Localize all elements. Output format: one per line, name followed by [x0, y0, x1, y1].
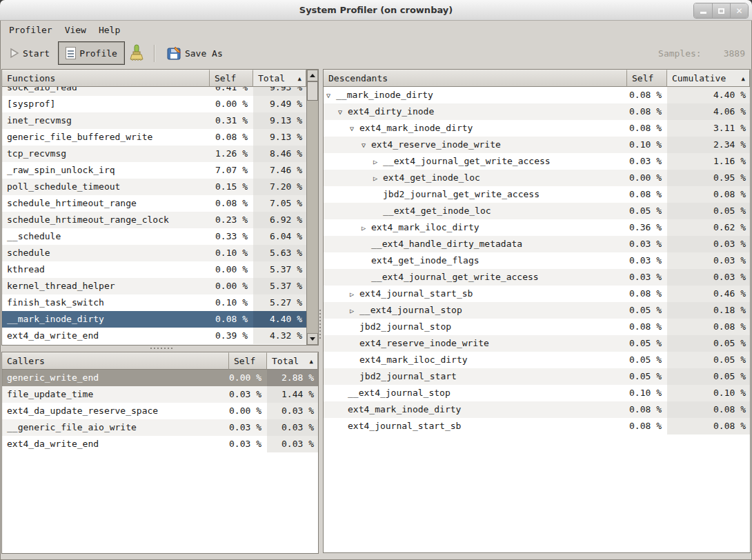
table-row[interactable]: __ext4_journal_get_write_access0.03 %0.0…: [324, 269, 750, 286]
descendants-table: Descendants Self Cumulative▲ ▽__mark_ino…: [323, 69, 751, 553]
table-row[interactable]: ext4_da_update_reserve_space0.00 %0.03 %: [2, 403, 318, 419]
functions-scrollbar[interactable]: [306, 70, 318, 345]
menu-profiler[interactable]: Profiler: [3, 23, 59, 37]
total-column-header[interactable]: Total▲: [267, 352, 318, 370]
table-row[interactable]: kthread0.00 %5.37 %: [2, 261, 306, 278]
total-column-header[interactable]: Total▲: [253, 70, 306, 87]
table-row[interactable]: ext4_mark_iloc_dirty0.05 %0.05 %: [324, 352, 750, 368]
table-row[interactable]: __ext4_get_inode_loc0.05 %0.05 %: [324, 203, 750, 219]
table-row[interactable]: ext4_journal_start_sb0.08 %0.08 %: [324, 418, 750, 434]
menu-help[interactable]: Help: [92, 23, 126, 37]
table-row[interactable]: generic_file_buffered_write0.08 %9.13 %: [2, 129, 306, 146]
table-row[interactable]: ext4_da_write_end0.03 %0.03 %: [2, 436, 318, 452]
table-row[interactable]: ▷__ext4_journal_get_write_access0.03 %1.…: [324, 153, 750, 170]
table-row[interactable]: __ext4_handle_dirty_metadata0.03 %0.03 %: [324, 236, 750, 252]
table-row[interactable]: _raw_spin_unlock_irq7.07 %7.46 %: [2, 162, 306, 179]
tree-collapsed-icon[interactable]: ▷: [373, 170, 383, 186]
descendants-column-header[interactable]: Descendants: [324, 70, 627, 87]
tree-collapsed-icon[interactable]: ▷: [350, 286, 359, 302]
table-row[interactable]: ext4_mark_inode_dirty0.08 %0.08 %: [324, 401, 750, 418]
total-percent: 0.03 %: [267, 419, 318, 436]
save-as-button[interactable]: Save As: [161, 41, 228, 65]
self-percent: 0.15 %: [210, 179, 253, 195]
function-name: kthread: [7, 264, 45, 274]
menu-view[interactable]: View: [59, 23, 92, 37]
function-name: ext4_reserve_inode_write: [359, 338, 489, 348]
table-row[interactable]: kernel_thread_helper0.00 %5.37 %: [2, 278, 306, 294]
tree-collapsed-icon[interactable]: ▷: [362, 220, 371, 236]
table-row[interactable]: jbd2_journal_get_write_access0.08 %0.08 …: [324, 186, 750, 203]
close-button[interactable]: ✕: [730, 3, 748, 18]
table-row[interactable]: generic_write_end0.00 %2.88 %: [2, 370, 318, 386]
table-row[interactable]: ▷ext4_get_inode_loc0.00 %0.95 %: [324, 170, 750, 186]
horizontal-splitter-grip[interactable]: [150, 348, 172, 349]
self-percent: 0.03 %: [229, 386, 267, 403]
table-row[interactable]: finish_task_switch0.10 %5.27 %: [2, 294, 306, 311]
total-percent: 7.05 %: [253, 195, 306, 212]
start-button[interactable]: Start: [4, 41, 55, 65]
vertical-splitter-grip[interactable]: [319, 310, 321, 339]
maximize-button[interactable]: [712, 3, 730, 18]
cumulative-column-header[interactable]: Cumulative▲: [667, 70, 750, 87]
table-row[interactable]: sock_aio_read0.41 %9.93 %: [2, 87, 306, 96]
save-as-button-label: Save As: [185, 48, 223, 59]
tree-expanded-icon[interactable]: ▽: [338, 104, 348, 120]
tree-expanded-icon[interactable]: ▽: [350, 121, 359, 137]
function-name: [sysprof]: [7, 99, 55, 109]
self-column-header[interactable]: Self: [210, 70, 253, 87]
table-row[interactable]: __mark_inode_dirty0.08 %4.40 %: [2, 311, 306, 328]
table-row[interactable]: schedule0.10 %5.63 %: [2, 245, 306, 261]
tree-expanded-icon[interactable]: ▽: [326, 88, 336, 103]
table-row[interactable]: ext4_get_inode_flags0.03 %0.03 %: [324, 252, 750, 269]
functions-column-header[interactable]: Functions: [2, 70, 210, 87]
cumulative-percent: 4.40 %: [667, 87, 750, 103]
descendants-header: Descendants Self Cumulative▲: [324, 70, 750, 87]
function-name: ext4_da_write_end: [7, 439, 99, 449]
table-row[interactable]: schedule_hrtimeout_range_clock0.23 %6.92…: [2, 212, 306, 228]
scrollbar-thumb[interactable]: [307, 81, 318, 101]
table-row[interactable]: ▷__ext4_journal_stop0.05 %0.18 %: [324, 302, 750, 319]
table-row[interactable]: ▷ext4_mark_iloc_dirty0.36 %0.62 %: [324, 219, 750, 236]
table-row[interactable]: inet_recvmsg0.31 %9.13 %: [2, 112, 306, 129]
table-row[interactable]: __ext4_journal_stop0.10 %0.10 %: [324, 385, 750, 401]
table-row[interactable]: poll_schedule_timeout0.15 %7.20 %: [2, 179, 306, 195]
table-row[interactable]: tcp_recvmsg1.26 %8.46 %: [2, 146, 306, 162]
titlebar[interactable]: System Profiler (on crownbay) ✕: [0, 0, 752, 21]
table-row[interactable]: ▽__mark_inode_dirty0.08 %4.40 %: [324, 87, 750, 103]
table-row[interactable]: ▷ext4_journal_start_sb0.08 %0.46 %: [324, 286, 750, 302]
total-percent: 7.46 %: [253, 162, 306, 179]
tree-collapsed-icon[interactable]: ▷: [350, 303, 359, 319]
name-cell: __schedule: [2, 228, 210, 245]
table-row[interactable]: __schedule0.33 %6.04 %: [2, 228, 306, 245]
table-row[interactable]: ext4_da_write_end0.39 %4.32 %: [2, 328, 306, 344]
table-row[interactable]: jbd2_journal_start0.05 %0.05 %: [324, 368, 750, 385]
self-column-header[interactable]: Self: [627, 70, 667, 87]
function-name: poll_schedule_timeout: [7, 181, 120, 192]
table-row[interactable]: [sysprof]0.00 %9.49 %: [2, 96, 306, 112]
table-row[interactable]: ▽ext4_reserve_inode_write0.10 %2.34 %: [324, 137, 750, 153]
table-row[interactable]: ext4_reserve_inode_write0.05 %0.05 %: [324, 335, 750, 352]
table-row[interactable]: file_update_time0.03 %1.44 %: [2, 386, 318, 403]
self-percent: 0.23 %: [210, 212, 253, 228]
scroll-down-button[interactable]: [307, 333, 318, 345]
cumulative-percent: 0.05 %: [667, 368, 750, 385]
scroll-up-button[interactable]: [307, 70, 318, 81]
table-row[interactable]: jbd2_journal_stop0.08 %0.08 %: [324, 319, 750, 335]
self-percent: 0.08 %: [627, 319, 667, 335]
table-row[interactable]: ▽ext4_dirty_inode0.08 %4.06 %: [324, 103, 750, 120]
callers-column-header[interactable]: Callers: [2, 352, 229, 370]
self-column-header[interactable]: Self: [229, 352, 267, 370]
table-row[interactable]: schedule_hrtimeout_range0.08 %7.05 %: [2, 195, 306, 212]
clear-button[interactable]: [125, 41, 148, 65]
total-percent: 0.03 %: [267, 403, 318, 419]
self-percent: 0.00 %: [229, 370, 267, 386]
table-row[interactable]: __generic_file_aio_write0.03 %0.03 %: [2, 419, 318, 436]
self-percent: 0.05 %: [627, 203, 667, 219]
minimize-button[interactable]: [694, 3, 712, 18]
tree-expanded-icon[interactable]: ▽: [362, 137, 371, 153]
tree-collapsed-icon[interactable]: ▷: [373, 154, 383, 170]
name-cell: sock_aio_read: [2, 87, 210, 96]
table-row[interactable]: ▽ext4_mark_inode_dirty0.08 %3.11 %: [324, 120, 750, 137]
profile-toggle-button[interactable]: Profile: [58, 41, 125, 65]
name-cell: kthread: [2, 261, 210, 278]
